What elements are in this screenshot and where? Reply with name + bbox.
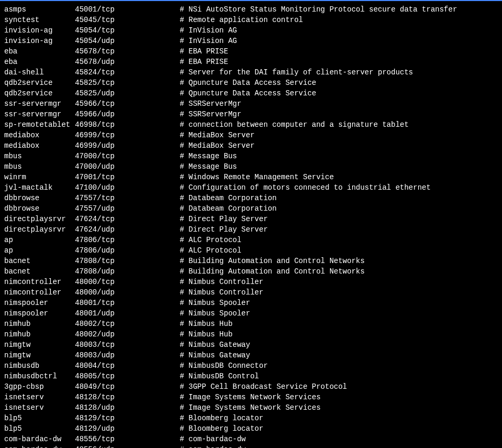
service-description: # Nimbus Gateway — [180, 351, 250, 359]
service-description: # com-bardac-dw — [180, 435, 246, 443]
services-row: nimcontroller48000/tcp# Nimbus Controlle… — [4, 277, 498, 287]
service-port: 47806/tcp — [75, 235, 180, 245]
service-name: isnetserv — [4, 402, 75, 413]
services-row: isnetserv48128/tcp# Image Systems Networ… — [4, 392, 498, 402]
service-port: 48004/tcp — [75, 360, 180, 371]
services-row: bacnet47808/tcp# Building Automation and… — [4, 256, 498, 266]
service-port: 48049/tcp — [75, 381, 180, 392]
service-description: # ALC Protocol — [180, 246, 242, 255]
service-port: 47808/tcp — [75, 256, 180, 266]
service-description: # SSRServerMgr — [180, 100, 242, 108]
services-row: 3gpp-cbsp48049/tcp# 3GPP Cell Broadcast … — [4, 381, 498, 392]
service-name: nimhub — [4, 319, 75, 329]
service-name: qdb2service — [4, 88, 75, 99]
services-row: nimgtw48003/udp# Nimbus Gateway — [4, 350, 498, 360]
service-port: 48002/udp — [75, 329, 180, 340]
services-row: isnetserv48128/udp# Image Systems Networ… — [4, 402, 498, 413]
services-row: mbus47000/udp# Message Bus — [4, 161, 498, 172]
service-name: nimhub — [4, 329, 75, 340]
service-port: 45966/udp — [75, 109, 180, 119]
service-port: 48001/tcp — [75, 298, 180, 308]
service-name: mbus — [4, 151, 75, 161]
service-name: dbbrowse — [4, 203, 75, 214]
service-name: blp5 — [4, 413, 75, 423]
service-port: 45824/tcp — [75, 67, 180, 78]
services-row: invision-ag45054/tcp# InVision AG — [4, 25, 498, 36]
service-name: ssr-servermgr — [4, 99, 75, 109]
services-row: invision-ag45054/udp# InVision AG — [4, 36, 498, 46]
service-port: 45054/tcp — [75, 25, 180, 36]
terminal-top-border — [0, 0, 502, 1]
services-row: directplaysrvr47624/tcp# Direct Play Ser… — [4, 214, 498, 224]
terminal-output[interactable]: asmps45001/tcp# NSi AutoStore Status Mon… — [0, 2, 502, 448]
service-port: 45678/udp — [75, 57, 180, 67]
service-name: ap — [4, 235, 75, 245]
service-description: # Nimbus Hub — [180, 320, 233, 328]
service-description: # NimbusDB Connector — [180, 362, 268, 370]
services-row: dbbrowse47557/udp# Databeam Corporation — [4, 203, 498, 214]
service-name: mbus — [4, 161, 75, 172]
services-row: nimbusdbctrl48005/tcp# NimbusDB Control — [4, 371, 498, 381]
services-row: nimgtw48003/tcp# Nimbus Gateway — [4, 340, 498, 350]
services-row: jvl-mactalk47100/udp# Configuration of m… — [4, 182, 498, 193]
service-name: nimgtw — [4, 340, 75, 350]
service-name: dbbrowse — [4, 193, 75, 203]
service-port: 48129/udp — [75, 423, 180, 434]
service-name: nimbusdb — [4, 360, 75, 371]
services-row: eba45678/udp# EBA PRISE — [4, 57, 498, 67]
service-port: 48129/tcp — [75, 413, 180, 423]
services-row: synctest45045/tcp# Remote application co… — [4, 15, 498, 25]
services-row: com-bardac-dw48556/tcp# com-bardac-dw — [4, 434, 498, 444]
service-name: isnetserv — [4, 392, 75, 402]
service-name: dai-shell — [4, 67, 75, 78]
service-description: # Nimbus Hub — [180, 330, 233, 338]
services-row: directplaysrvr47624/udp# Direct Play Ser… — [4, 224, 498, 235]
service-name: directplaysrvr — [4, 214, 75, 224]
service-port: 45054/udp — [75, 36, 180, 46]
service-description: # Image Systems Network Services — [180, 393, 321, 401]
services-row: sp-remotetablet46998/tcp# connection bet… — [4, 119, 498, 130]
service-port: 48556/tcp — [75, 434, 180, 444]
service-description: # Configuration of motors conneced to in… — [180, 183, 431, 192]
services-row: qdb2service45825/tcp# Qpuncture Data Acc… — [4, 78, 498, 88]
services-row: mbus47000/tcp# Message Bus — [4, 151, 498, 161]
service-description: # Nimbus Controller — [180, 278, 264, 286]
service-description: # NimbusDB Control — [180, 372, 259, 380]
service-port: 48003/udp — [75, 350, 180, 360]
service-name: winrm — [4, 172, 75, 182]
services-row: asmps45001/tcp# NSi AutoStore Status Mon… — [4, 4, 498, 15]
service-name: qdb2service — [4, 78, 75, 88]
service-port: 47808/udp — [75, 266, 180, 277]
service-port: 46999/udp — [75, 140, 180, 151]
service-port: 45825/udp — [75, 88, 180, 99]
service-port: 47100/udp — [75, 182, 180, 193]
service-port: 48128/tcp — [75, 392, 180, 402]
service-name: asmps — [4, 4, 75, 15]
service-port: 48001/udp — [75, 308, 180, 319]
service-port: 48000/udp — [75, 287, 180, 298]
service-description: # Qpuncture Data Access Service — [180, 79, 316, 87]
service-description: # InVision AG — [180, 37, 237, 45]
service-name: bacnet — [4, 266, 75, 277]
service-name: invision-ag — [4, 36, 75, 46]
service-description: # Image Systems Network Services — [180, 403, 321, 412]
service-description: # Remote application control — [180, 16, 303, 24]
service-description: # NSi AutoStore Status Monitoring Protoc… — [180, 5, 457, 14]
service-name: bacnet — [4, 256, 75, 266]
services-row: nimhub48002/tcp# Nimbus Hub — [4, 319, 498, 329]
service-name: eba — [4, 57, 75, 67]
service-name: sp-remotetablet — [4, 119, 75, 130]
service-description: # Direct Play Server — [180, 225, 268, 234]
service-description: # connection between computer and a sign… — [180, 121, 409, 129]
services-row: nimhub48002/udp# Nimbus Hub — [4, 329, 498, 340]
service-description: # Message Bus — [180, 152, 237, 160]
service-description: # SSRServerMgr — [180, 110, 242, 118]
service-port: 45825/tcp — [75, 78, 180, 88]
service-description: # Building Automation and Control Networ… — [180, 257, 365, 265]
service-description: # com-bardac-dw — [180, 445, 246, 448]
services-row: winrm47001/tcp# Windows Remote Managemen… — [4, 172, 498, 182]
service-description: # Message Bus — [180, 162, 237, 171]
services-row: com-bardac-dw48556/udp# com-bardac-dw — [4, 444, 498, 448]
service-port: 47557/udp — [75, 203, 180, 214]
service-port: 48000/tcp — [75, 277, 180, 287]
